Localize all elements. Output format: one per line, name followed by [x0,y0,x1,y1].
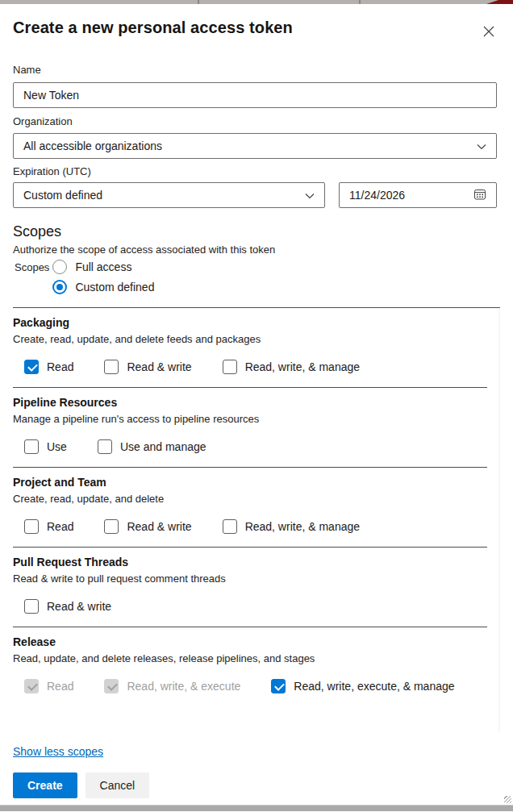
scope-title: Packaging [13,315,487,331]
checkbox-label: Read [47,520,73,533]
expiration-date-value: 11/24/2026 [349,189,405,202]
checkbox-icon[interactable] [223,519,237,534]
scope-checkbox-row: Read Read & write Read, write, & manage [24,360,487,374]
scopes-group-label: Scopes [15,261,49,273]
checkbox-icon[interactable] [24,439,39,454]
scope-title: Pipeline Resources [13,395,487,410]
checkbox-label: Read, write, & execute [127,680,240,693]
checkbox-label: Read [47,360,73,373]
scope-checkbox[interactable]: Read, write, & manage [223,519,360,534]
scope-list: Packaging Create, read, update, and dele… [13,307,500,732]
scope-section: Release Read, update, and delete release… [13,627,487,706]
chevron-down-icon [477,139,486,152]
scope-section: Packaging Create, read, update, and dele… [13,308,487,388]
scope-description: Read, update, and delete releases, relea… [13,652,487,666]
name-input-value: New Token [23,89,79,102]
checkbox-icon[interactable] [223,360,237,374]
scope-checkbox-row: Read Read, write, & execute Read, write,… [24,679,487,693]
scope-section: Pipeline Resources Manage a pipeline run… [13,388,487,468]
checkbox-label: Read & write [127,360,191,373]
show-less-scopes-link[interactable]: Show less scopes [13,745,103,758]
organization-label: Organization [13,115,500,127]
scope-description: Create, read, update, and delete [13,492,487,506]
checkbox-label: Read & write [47,600,111,613]
scrollbar-down-icon[interactable] [498,718,500,731]
checkbox-label: Use [47,440,67,453]
resize-corner [504,796,511,803]
scope-title: Pull Request Threads [13,555,487,570]
cancel-button[interactable]: Cancel [86,772,150,798]
scope-description: Create, read, update, and delete feeds a… [13,332,487,347]
radio-label: Full access [75,260,131,273]
checkbox-icon[interactable] [24,679,39,693]
checkbox-icon[interactable] [24,360,39,374]
checkbox-label: Read, write, execute, & manage [294,680,454,693]
organization-select-value: All accessible organizations [23,139,162,152]
scope-checkbox[interactable]: Use [24,439,67,454]
scope-checkbox-row: Read Read & write Read, write, & manage [24,519,487,534]
scope-section: Pull Request Threads Read & write to pul… [13,548,487,627]
checkbox-icon[interactable] [24,519,39,534]
scope-checkbox[interactable]: Read & write [24,599,111,614]
checkbox-label: Read, write, & manage [245,360,360,373]
scope-description: Manage a pipeline run's access to pipeli… [13,412,487,427]
radio-full-access[interactable]: Full access [52,260,154,274]
scope-checkbox[interactable]: Read, write, & manage [223,360,360,374]
scope-description: Read & write to pull request comment thr… [13,572,487,586]
scope-checkbox[interactable]: Read, write, execute, & manage [271,679,454,693]
close-icon[interactable] [478,20,500,43]
scope-checkbox[interactable]: Read & write [104,360,191,374]
checkbox-label: Read, write, & manage [245,520,360,533]
scope-checkbox-row: Use Use and manage [24,439,487,454]
checkbox-icon[interactable] [271,679,286,693]
scope-section: Project and Team Create, read, update, a… [13,468,487,548]
checkbox-icon[interactable] [98,439,112,454]
scope-checkbox[interactable]: Read [24,679,73,693]
expiration-preset-value: Custom defined [23,189,102,202]
calendar-icon[interactable] [473,188,486,203]
scope-checkbox[interactable]: Read & write [104,519,191,534]
scrollbar[interactable] [498,309,500,732]
scope-checkbox[interactable]: Use and manage [98,439,206,454]
scope-checkbox-row: Read & write [24,599,487,614]
scope-title: Release [13,635,487,650]
expiration-label: Expiration (UTC) [13,165,500,177]
checkbox-icon[interactable] [104,679,119,693]
scopes-radio-group: Scopes Full access Custom defined [13,260,500,294]
create-pat-dialog: Create a new personal access token Name … [0,4,513,798]
radio-custom-defined[interactable]: Custom defined [52,280,154,294]
scrollbar-up-icon[interactable] [498,310,500,323]
scope-sections: Packaging Create, read, update, and dele… [13,308,487,706]
scopes-heading: Scopes [13,223,500,240]
checkbox-icon[interactable] [104,360,119,374]
expiration-preset-select[interactable]: Custom defined [13,182,325,208]
scope-checkbox[interactable]: Read [24,360,73,374]
radio-icon[interactable] [52,260,67,274]
checkbox-icon[interactable] [104,519,119,534]
checkbox-label: Read [47,680,73,693]
dialog-title: Create a new personal access token [13,19,293,37]
name-label: Name [13,64,500,76]
expiration-date-input[interactable]: 11/24/2026 [339,182,497,208]
scopes-subheading: Authorize the scope of access associated… [13,244,500,256]
radio-icon[interactable] [52,280,67,294]
create-button[interactable]: Create [13,772,77,798]
checkbox-icon[interactable] [24,599,39,614]
name-input[interactable]: New Token [13,82,497,108]
radio-label: Custom defined [75,281,154,294]
chevron-down-icon [305,189,315,202]
organization-select[interactable]: All accessible organizations [13,133,497,159]
scope-checkbox[interactable]: Read [24,519,73,534]
scope-title: Project and Team [13,475,487,490]
checkbox-label: Read & write [127,520,191,533]
scope-checkbox[interactable]: Read, write, & execute [104,679,240,693]
checkbox-label: Use and manage [120,440,206,453]
page-horizontal-scrollbar[interactable] [0,805,513,811]
